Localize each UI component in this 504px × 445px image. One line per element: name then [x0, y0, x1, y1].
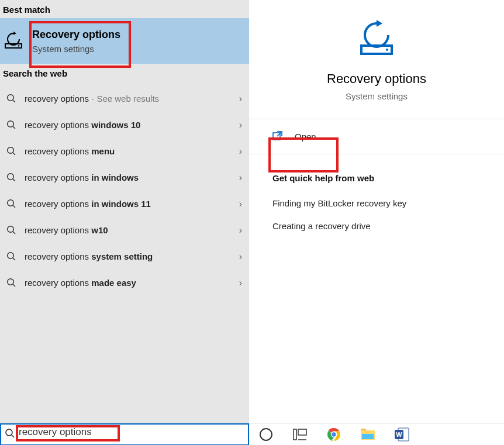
svg-rect-24: [294, 429, 296, 440]
svg-point-4: [7, 121, 13, 127]
detail-title: Recovery options: [249, 71, 504, 87]
svg-line-3: [13, 100, 15, 102]
web-result-text: recovery options made easy: [19, 278, 239, 288]
svg-point-16: [7, 279, 13, 285]
chevron-right-icon: ›: [239, 251, 242, 262]
search-icon: [4, 94, 19, 104]
svg-point-19: [386, 49, 388, 51]
search-icon: [4, 120, 19, 130]
svg-point-2: [7, 95, 13, 101]
quick-help-section: Get quick help from web Finding my BitLo…: [249, 154, 504, 231]
svg-point-21: [6, 429, 12, 436]
best-match-subtitle: System settings: [32, 44, 120, 54]
search-input[interactable]: [19, 426, 229, 443]
taskbar: W: [0, 423, 504, 445]
web-results-list: recovery options - See web results › rec…: [0, 82, 249, 296]
svg-line-11: [13, 205, 15, 208]
quick-help-header: Get quick help from web: [272, 173, 504, 183]
search-icon: [4, 278, 19, 288]
search-icon: [4, 225, 19, 235]
search-icon: [4, 199, 19, 209]
web-result-item[interactable]: recovery options in windows ›: [0, 164, 249, 191]
search-web-header: Search the web: [0, 64, 249, 82]
search-results-panel: Best match Recovery options System setti…: [0, 0, 249, 423]
web-result-text: recovery options system setting: [19, 251, 239, 261]
best-match-header: Best match: [0, 0, 249, 18]
svg-point-12: [7, 226, 13, 233]
svg-line-9: [13, 179, 15, 181]
web-result-item[interactable]: recovery options - See web results ›: [0, 85, 249, 112]
file-explorer-icon[interactable]: [360, 427, 375, 442]
svg-line-22: [12, 435, 14, 437]
svg-point-6: [7, 147, 13, 154]
svg-point-8: [7, 174, 13, 180]
open-external-icon: [272, 130, 283, 143]
help-link-recovery-drive[interactable]: Creating a recovery drive: [272, 221, 504, 231]
svg-line-13: [13, 232, 15, 234]
svg-point-23: [260, 429, 272, 440]
web-result-text: recovery options - See web results: [19, 94, 239, 104]
detail-panel: Recovery options System settings Open Ge…: [249, 0, 504, 423]
svg-rect-31: [362, 434, 374, 439]
open-action[interactable]: Open: [249, 119, 504, 154]
search-icon: [4, 146, 19, 156]
svg-line-7: [13, 153, 15, 155]
open-label: Open: [295, 132, 316, 142]
web-result-item[interactable]: recovery options menu ›: [0, 138, 249, 164]
chevron-right-icon: ›: [239, 120, 242, 130]
search-box[interactable]: [0, 423, 249, 446]
chevron-right-icon: ›: [239, 173, 242, 183]
search-icon: [4, 173, 19, 182]
web-result-text: recovery options in windows 11: [19, 199, 239, 209]
svg-line-5: [13, 126, 15, 129]
recovery-drive-icon: [2, 31, 25, 51]
search-icon: [5, 428, 15, 441]
web-result-text: recovery options w10: [19, 225, 239, 235]
detail-hero: Recovery options System settings: [249, 0, 504, 101]
chrome-icon[interactable]: [326, 427, 341, 442]
web-result-item[interactable]: recovery options in windows 11 ›: [0, 191, 249, 217]
web-result-text: recovery options menu: [19, 146, 239, 156]
svg-text:W: W: [396, 431, 402, 438]
web-result-text: recovery options in windows: [19, 173, 239, 182]
web-result-text: recovery options windows 10: [19, 120, 239, 130]
cortana-icon[interactable]: [258, 427, 274, 442]
detail-subtitle: System settings: [249, 91, 504, 101]
svg-point-14: [7, 253, 13, 259]
chevron-right-icon: ›: [239, 94, 242, 104]
chevron-right-icon: ›: [239, 146, 242, 157]
chevron-right-icon: ›: [239, 225, 242, 236]
web-result-item[interactable]: recovery options windows 10 ›: [0, 112, 249, 138]
chevron-right-icon: ›: [239, 199, 242, 209]
chevron-right-icon: ›: [239, 278, 242, 288]
svg-line-17: [13, 284, 15, 287]
help-link-bitlocker[interactable]: Finding my BitLocker recovery key: [272, 198, 504, 208]
search-icon: [4, 251, 19, 261]
web-result-item[interactable]: recovery options made easy ›: [0, 270, 249, 296]
svg-rect-25: [298, 429, 306, 435]
best-match-title: Recovery options: [32, 28, 120, 42]
svg-point-1: [18, 45, 20, 47]
recovery-drive-icon-large: [249, 18, 504, 60]
web-result-item[interactable]: recovery options system setting ›: [0, 243, 249, 270]
task-view-icon[interactable]: [292, 427, 308, 442]
svg-line-15: [13, 258, 15, 260]
svg-point-10: [7, 200, 13, 206]
web-result-item[interactable]: recovery options w10 ›: [0, 217, 249, 243]
word-icon[interactable]: W: [394, 427, 409, 442]
best-match-result[interactable]: Recovery options System settings: [0, 18, 249, 64]
